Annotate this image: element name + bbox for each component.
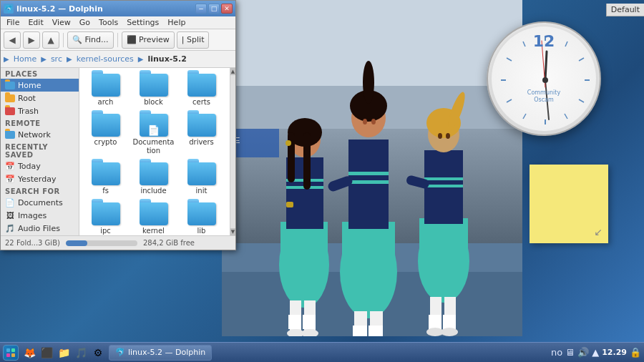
svg-rect-74 [11,348,15,352]
find-button[interactable]: 🔍 Find... [67,31,114,49]
file-item[interactable]: certs [178,71,225,109]
sidebar-item-yesterday[interactable]: 📅 Yesterday [1,172,79,185]
svg-rect-23 [342,222,395,283]
scrollbar-vertical[interactable]: ▲ ▼ [230,68,235,235]
taskbar-tray: no 🖥 🔊 ▲ 12.29 🔒 [551,347,641,358]
file-item[interactable]: block [130,71,177,109]
file-item[interactable]: fs [82,160,129,198]
file-item[interactable]: arch [82,71,129,109]
menu-view[interactable]: View [48,16,75,29]
file-item[interactable]: drivers [178,111,225,158]
taskbar-terminal-icon[interactable]: ⬛ [39,345,54,361]
file-item[interactable]: ipc [82,200,129,235]
sidebar-item-images[interactable]: 🖼 Images [1,209,79,222]
svg-line-59 [579,58,584,61]
menu-go[interactable]: Go [75,16,94,29]
svg-rect-53 [443,315,456,329]
taskbar-app3-icon[interactable]: 📁 [56,345,72,361]
sidebar-item-audio[interactable]: 🎵 Audio Files [1,222,79,235]
images-icon: 🖼 [5,210,15,220]
tray-lang-icon[interactable]: no [551,347,562,358]
free-space-text: 284,2 GiB free [143,239,195,247]
close-button[interactable]: ✕ [221,4,233,14]
sidebar-item-today[interactable]: 📅 Today [1,160,79,172]
clock-number-12: 12 [533,32,555,50]
svg-point-30 [363,119,367,124]
tray-lock-icon[interactable]: 🔒 [630,347,641,358]
menu-tools[interactable]: Tools [94,16,122,29]
folder-icon-large [140,202,168,225]
folder-icon-large [187,114,216,137]
taskbar-window-button[interactable]: 🐬 linux-5.2 — Dolphin [109,345,212,361]
sidebar-network-label: Network [18,130,51,140]
sidebar-item-trash[interactable]: Trash [1,104,79,117]
taskbar-firefox-icon[interactable]: 🦊 [21,345,37,361]
breadcrumb-kernel[interactable]: kernel-sources [74,54,136,64]
sidebar-today-label: Today [18,162,41,171]
svg-rect-56 [286,202,293,207]
file-item[interactable]: include [130,160,177,198]
svg-line-69 [545,52,547,80]
menu-file[interactable]: File [2,16,24,29]
tray-arrow-icon[interactable]: ▲ [592,347,599,358]
file-item[interactable]: Documentation [130,111,177,158]
folder-icon-large [187,202,216,225]
clock-inner: 12 Community Oscam [492,26,596,131]
file-label: kernel [142,227,165,235]
minimize-button[interactable]: − [195,4,207,14]
svg-rect-73 [6,348,10,352]
breadcrumb-home[interactable]: Home [11,54,39,64]
back-button[interactable]: ◀ [4,31,21,49]
preview-button[interactable]: ⬛ Preview [122,31,175,49]
sidebar-home-label: Home [18,81,41,90]
file-item[interactable]: init [178,160,225,198]
file-label: fs [102,187,109,195]
sidebar-item-documents[interactable]: 📄 Documents [1,196,79,209]
up-button[interactable]: ▲ [42,31,59,49]
file-item[interactable]: lib [178,200,225,235]
recently-saved-header: Recently Saved [1,141,79,160]
menu-help[interactable]: Help [163,16,190,29]
tray-network-icon[interactable]: 🖥 [565,347,575,358]
places-header: Places [1,68,79,79]
svg-point-15 [286,140,291,146]
dolphin-window: 🐬 linux-5.2 — Dolphin − □ ✕ File Edit Vi… [0,0,236,250]
sidebar-audio-label: Audio Files [18,224,60,233]
svg-rect-75 [6,353,10,357]
scroll-track [230,78,235,228]
taskbar-app5-icon[interactable]: ⚙ [90,345,106,361]
sidebar-item-network[interactable]: Network [1,128,79,141]
svg-line-64 [523,114,526,119]
forward-button[interactable]: ▶ [23,31,40,49]
breadcrumb-src[interactable]: src [49,54,64,64]
breadcrumb-current[interactable]: linux-5.2 [145,54,188,64]
tray-clock: 12.29 [602,348,627,357]
file-label: Documentation [132,138,175,155]
menu-edit[interactable]: Edit [24,16,47,29]
tray-time: 12.29 [602,348,627,357]
search-for-header: Search For [1,185,79,196]
home-folder-icon [5,80,15,90]
taskbar-apps: 🦊 ⬛ 📁 🎵 ⚙ [21,345,106,361]
sidebar-item-home[interactable]: Home [1,79,79,92]
scroll-down-arrow[interactable]: ▼ [230,228,236,235]
svg-line-65 [507,99,512,102]
maximize-button[interactable]: □ [208,4,220,14]
file-item[interactable]: kernel [130,200,177,235]
sidebar-item-root[interactable]: Root [1,92,79,104]
taskbar-app4-icon[interactable]: 🎵 [73,345,89,361]
folder-icon-large [92,202,120,225]
svg-rect-36 [369,326,383,336]
menu-settings[interactable]: Settings [122,16,163,29]
split-button[interactable]: | Split [177,31,210,49]
file-grid: archblockcertscryptoDocumentationdrivers… [79,68,230,235]
yesterday-icon: 📅 [5,174,15,184]
sidebar-yesterday-label: Yesterday [18,175,56,184]
file-item[interactable]: crypto [82,111,129,158]
tray-speaker-icon[interactable]: 🔊 [577,347,589,358]
sidebar-root-label: Root [18,94,36,103]
svg-point-31 [371,119,376,124]
scroll-up-arrow[interactable]: ▲ [230,68,236,75]
start-button[interactable] [3,345,19,361]
file-label: drivers [189,138,214,147]
